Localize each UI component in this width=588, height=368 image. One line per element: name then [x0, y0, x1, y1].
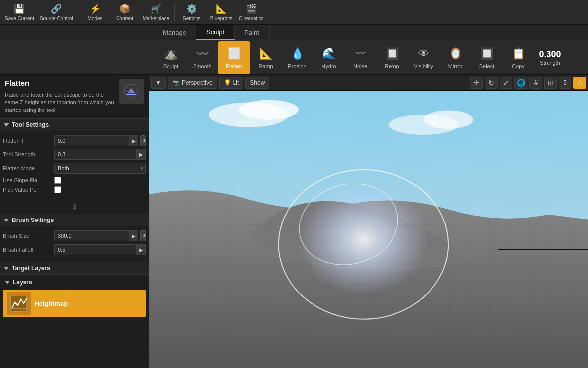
- cinematics-icon: 🎬: [245, 3, 257, 15]
- use-slope-label: Use Slope Fla: [3, 177, 52, 183]
- lit-icon: 💡: [224, 79, 231, 86]
- marketplace-button[interactable]: 🛒 Marketplace: [140, 1, 172, 24]
- content-icon: 📦: [119, 3, 131, 15]
- blueprints-button[interactable]: 📐 Blueprints: [206, 1, 236, 24]
- main-content: Flatten Raise and lower the Landscape to…: [0, 75, 588, 368]
- sculpt-tool-icon: ⛰️: [163, 46, 179, 62]
- tool-strength-row: Tool Strength ▶: [3, 149, 146, 160]
- use-slope-row: Use Slope Fla: [3, 177, 146, 184]
- save-current-button[interactable]: 💾 Save Current: [2, 1, 37, 24]
- rotate-icon-btn[interactable]: ↻: [485, 77, 498, 89]
- tab-paint[interactable]: Paint: [235, 25, 270, 40]
- settings-icon: ⚙️: [186, 3, 197, 15]
- hydro-tool-button[interactable]: 🌊 Hydro: [313, 41, 345, 74]
- noise-tool-button[interactable]: 〰 Noise: [345, 41, 376, 74]
- brush-size-label: Brush Size: [3, 233, 52, 239]
- transform-icon-btn[interactable]: ✛: [470, 77, 483, 89]
- tool-strength-label: Tool Strength: [3, 151, 52, 157]
- modes-button[interactable]: ⚡ Modes: [80, 1, 110, 24]
- warning-icon-btn[interactable]: ⚠: [573, 77, 586, 89]
- section-divider: ⬇: [0, 200, 149, 214]
- brush-size-input-group: ▶: [54, 230, 138, 241]
- pick-value-row: Pick Value Pe: [3, 186, 146, 193]
- perspective-button[interactable]: 📷 Perspective: [168, 77, 217, 89]
- select-tool-button[interactable]: 🔲 Select: [471, 41, 503, 74]
- tool-strength-input-group: ▶: [54, 149, 146, 160]
- use-slope-checkbox[interactable]: [54, 177, 61, 184]
- tool-settings-header[interactable]: Tool Settings: [0, 118, 149, 131]
- grid-icon-btn[interactable]: #: [529, 77, 542, 89]
- ramp-tool-button[interactable]: 📐 Ramp: [250, 41, 281, 74]
- top-toolbar: 💾 Save Current 🔗 Source Control ⚡ Modes …: [0, 0, 588, 25]
- layers-subsection-header[interactable]: Layers: [3, 277, 146, 288]
- flatten-mode-label: Flatten Mode: [3, 165, 52, 171]
- tool-settings-content: Flatten T ▶ ↺ Tool Strength ▶ Flatten Mo…: [0, 131, 149, 200]
- tool-settings-collapse-icon: [4, 123, 9, 127]
- flatten-mode-select-wrapper: Both Raise Only Lower Only: [54, 163, 146, 174]
- flatten-target-input[interactable]: [54, 135, 129, 146]
- settings-button[interactable]: ⚙️ Settings: [177, 1, 206, 24]
- brush-size-input[interactable]: [54, 230, 129, 241]
- tool-description: Raise and lower the Landscape to be the …: [5, 91, 115, 114]
- brush-size-arrow[interactable]: ▶: [129, 230, 138, 241]
- pick-value-label: Pick Value Pe: [3, 187, 52, 193]
- sculpt-tool-button[interactable]: ⛰️ Sculpt: [155, 41, 187, 74]
- flatten-mode-row: Flatten Mode Both Raise Only Lower Only: [3, 163, 146, 174]
- perspective-icon: 📷: [172, 79, 180, 86]
- brush-size-reset[interactable]: ↺: [140, 230, 146, 241]
- svg-point-9: [424, 111, 473, 129]
- brush-settings-collapse-icon: [4, 219, 9, 222]
- tool-header-icon: [119, 79, 144, 104]
- layers-subsection-collapse-icon: [5, 281, 10, 284]
- brush-falloff-input[interactable]: [54, 244, 137, 255]
- target-layers-header[interactable]: Target Layers: [0, 262, 149, 275]
- pick-value-checkbox[interactable]: [54, 186, 61, 193]
- tool-header: Flatten Raise and lower the Landscape to…: [0, 75, 149, 118]
- tab-sculpt[interactable]: Sculpt: [196, 25, 235, 40]
- tool-strength-input[interactable]: [54, 149, 137, 160]
- flatten-tool-button[interactable]: ⬜ Flatten: [218, 41, 250, 74]
- retop-tool-button[interactable]: 🔲 Retop: [376, 41, 408, 74]
- marketplace-icon: 🛒: [150, 3, 162, 15]
- brush-falloff-input-group: ▶: [54, 244, 146, 255]
- tab-manage[interactable]: Manage: [153, 25, 196, 40]
- mirror-tool-button[interactable]: 🪞 Mirror: [439, 41, 471, 74]
- tool-strength-arrow[interactable]: ▶: [137, 149, 146, 160]
- maximize-icon-btn[interactable]: ⤢: [500, 77, 512, 89]
- flatten-tool-icon: ⬜: [226, 46, 242, 62]
- brush-falloff-row: Brush Falloff ▶: [3, 244, 146, 255]
- retop-tool-icon: 🔲: [384, 46, 400, 62]
- flatten-target-input-group: ▶: [54, 135, 138, 146]
- copy-tool-icon: 📋: [510, 46, 526, 62]
- lit-button[interactable]: 💡 Lit: [219, 77, 244, 89]
- erosion-tool-icon: 💧: [289, 46, 305, 62]
- source-control-icon: 🔗: [50, 3, 62, 15]
- globe-icon-btn[interactable]: 🌐: [514, 77, 527, 89]
- brush-falloff-label: Brush Falloff: [3, 247, 52, 253]
- cinematics-button[interactable]: 🎬 Cinematics: [236, 1, 266, 24]
- viewport-canvas[interactable]: [149, 91, 588, 368]
- brush-settings-header[interactable]: Brush Settings: [0, 214, 149, 226]
- show-button[interactable]: Show: [245, 77, 269, 89]
- save-icon: 💾: [13, 3, 25, 15]
- terrain-svg: [149, 91, 588, 368]
- smooth-tool-icon: 〰️: [195, 46, 210, 62]
- target-layers-content: Layers Heightmap: [0, 275, 149, 319]
- flatten-mode-select[interactable]: Both Raise Only Lower Only: [54, 163, 146, 174]
- flatten-target-reset[interactable]: ↺: [140, 135, 146, 146]
- erosion-tool-button[interactable]: 💧 Erosion: [281, 41, 313, 74]
- visibility-tool-button[interactable]: 👁 Visibility: [408, 41, 439, 74]
- brush-falloff-arrow[interactable]: ▶: [137, 244, 146, 255]
- blueprints-icon: 📐: [215, 3, 227, 15]
- grid2-icon-btn[interactable]: ⊞: [544, 77, 557, 89]
- copy-tool-button[interactable]: 📋 Copy: [503, 41, 534, 74]
- source-control-button[interactable]: 🔗 Source Control: [37, 1, 76, 24]
- smooth-tool-button[interactable]: 〰️ Smooth: [187, 41, 218, 74]
- brush-settings-content: Brush Size ▶ ↺ Brush Falloff ▶: [0, 226, 149, 262]
- tool-title: Flatten: [5, 79, 115, 87]
- target-layers-collapse-icon: [4, 267, 9, 270]
- viewport-dropdown-button[interactable]: ▼: [151, 77, 166, 89]
- heightmap-layer-item[interactable]: Heightmap: [3, 290, 146, 317]
- flatten-target-arrow[interactable]: ▶: [129, 135, 138, 146]
- content-button[interactable]: 📦 Content: [110, 1, 140, 24]
